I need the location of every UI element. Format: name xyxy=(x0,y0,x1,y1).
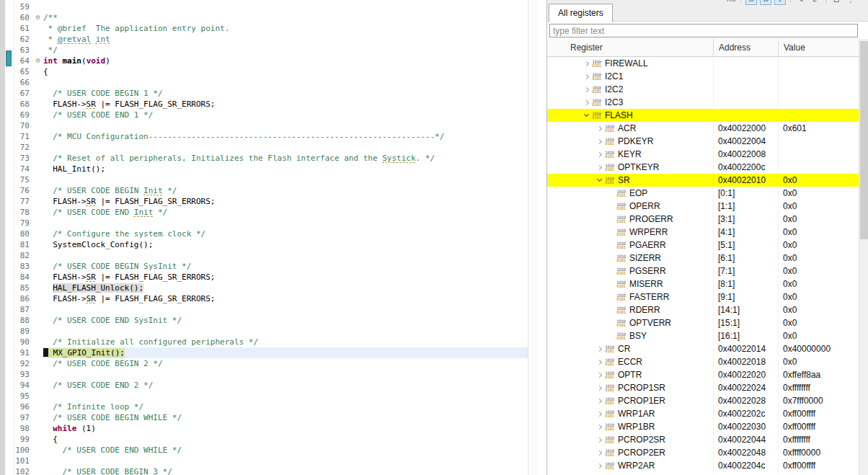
line-number[interactable]: 95 xyxy=(14,391,32,401)
code-line-65[interactable]: 65{ xyxy=(5,66,537,77)
code-line-62[interactable]: 62 * @retval int xyxy=(5,34,537,45)
vertical-scrollbar[interactable] xyxy=(859,39,868,475)
line-number[interactable]: 66 xyxy=(14,77,32,88)
code-text[interactable] xyxy=(43,250,537,261)
line-number[interactable]: 83 xyxy=(14,261,32,272)
code-text[interactable]: /* USER CODE BEGIN 1 */ xyxy=(43,88,537,99)
code-line-63[interactable]: 63 */ xyxy=(5,45,537,56)
register-row-pgaerr[interactable]: 10100101PGAERR[5:1]0x0 xyxy=(547,239,868,252)
code-text[interactable]: FLASH->SR |= FLASH_FLAG_SR_ERRORS; xyxy=(43,272,537,283)
register-row-wrp1ar[interactable]: 10100101WRP1AR0x4002202c0xff00ffff xyxy=(547,407,868,420)
line-number[interactable]: 59 xyxy=(14,1,32,12)
line-number[interactable]: 98 xyxy=(14,423,32,434)
register-row-eop[interactable]: 10100101EOP[0:1]0x0 xyxy=(547,187,868,200)
chevron-collapsed-icon[interactable] xyxy=(595,166,604,169)
code-text[interactable]: /** xyxy=(43,12,537,23)
line-number[interactable]: 67 xyxy=(14,88,32,99)
code-text[interactable]: FLASH->SR |= FLASH_FLAG_SR_ERRORS; xyxy=(43,99,537,110)
chevron-collapsed-icon[interactable] xyxy=(582,88,591,92)
register-row-sizerr[interactable]: 10100101SIZERR[6:1]0x0 xyxy=(547,252,868,265)
code-line-64[interactable]: 64⊖int main(void) xyxy=(5,56,537,66)
line-number[interactable]: 69 xyxy=(14,110,32,120)
tab-all-registers[interactable]: All registers xyxy=(549,4,613,22)
line-number[interactable]: 80 xyxy=(14,228,32,239)
code-text[interactable] xyxy=(43,174,537,185)
code-text[interactable] xyxy=(43,456,537,466)
line-number[interactable]: 94 xyxy=(14,380,32,391)
register-row-pcrop1sr[interactable]: 10100101PCROP1SR0x400220240xffffffff xyxy=(547,381,868,394)
code-line-92[interactable]: 92 /* USER CODE BEGIN 2 */ xyxy=(5,358,537,369)
chevron-collapsed-icon[interactable] xyxy=(582,101,591,105)
line-number[interactable]: 102 xyxy=(14,466,32,475)
chevron-collapsed-icon[interactable] xyxy=(595,386,604,390)
code-text[interactable]: MX_GPIO_Init(); xyxy=(43,347,537,358)
register-row-eccr[interactable]: 10100101ECCR0x400220180x0 xyxy=(547,355,868,368)
collapse-all-icon[interactable]: ⊟ xyxy=(831,0,842,5)
code-text[interactable]: /* USER CODE BEGIN 3 */ xyxy=(43,466,537,475)
line-number[interactable]: 62 xyxy=(14,34,32,45)
code-line-88[interactable]: 88 /* USER CODE END SysInit */ xyxy=(5,315,537,326)
line-number[interactable]: 78 xyxy=(14,207,32,218)
filter-input[interactable] xyxy=(549,24,858,37)
register-row-i2c3[interactable]: 10100101I2C3 xyxy=(547,96,868,109)
code-line-61[interactable]: 61 * @brief The application entry point. xyxy=(5,23,537,34)
column-header-address[interactable]: Address xyxy=(713,39,778,56)
line-number[interactable]: 93 xyxy=(14,369,32,380)
code-text[interactable]: { xyxy=(43,434,537,445)
line-number[interactable]: 81 xyxy=(14,239,32,250)
scrollbar-thumb[interactable] xyxy=(860,41,868,239)
line-number[interactable]: 70 xyxy=(14,120,32,131)
chevron-collapsed-icon[interactable] xyxy=(595,464,604,468)
line-number[interactable]: 64 xyxy=(14,56,32,66)
line-number[interactable]: 60 xyxy=(14,12,32,23)
chevron-collapsed-icon[interactable] xyxy=(595,425,604,429)
chevron-collapsed-icon[interactable] xyxy=(595,438,604,442)
code-line-97[interactable]: 97 /* USER CODE BEGIN WHILE */ xyxy=(5,412,537,423)
register-row-wrp1br[interactable]: 10100101WRP1BR0x400220300xff00ffff xyxy=(547,420,868,433)
code-line-70[interactable]: 70 xyxy=(5,120,537,131)
register-row-i2c1[interactable]: 10100101I2C1 xyxy=(547,70,868,83)
code-text[interactable]: /* USER CODE END WHILE */ xyxy=(43,445,537,456)
code-text[interactable] xyxy=(43,1,537,12)
code-line-102[interactable]: 102 /* USER CODE BEGIN 3 */ xyxy=(5,466,537,475)
code-line-76[interactable]: 76 /* USER CODE BEGIN Init */ xyxy=(5,185,537,196)
code-text[interactable]: { xyxy=(43,66,537,77)
column-header-register[interactable]: Register xyxy=(547,39,713,56)
chevron-collapsed-icon[interactable] xyxy=(595,373,604,377)
chevron-collapsed-icon[interactable] xyxy=(595,347,604,351)
code-line-75[interactable]: 75 xyxy=(5,174,537,185)
chevron-collapsed-icon[interactable] xyxy=(582,75,591,79)
register-row-fasterr[interactable]: 10100101FASTERR[9:1]0x0 xyxy=(547,290,868,303)
column-header-value[interactable]: Value xyxy=(778,39,859,56)
code-text[interactable] xyxy=(43,304,537,315)
register-row-bsy[interactable]: 10100101BSY[16:1]0x0 xyxy=(547,329,868,342)
code-text[interactable] xyxy=(43,218,537,228)
code-text[interactable]: /* USER CODE BEGIN WHILE */ xyxy=(43,412,537,423)
line-number[interactable]: 91 xyxy=(14,347,32,358)
line-number[interactable]: 65 xyxy=(14,66,32,77)
code-text[interactable]: /* MCU Configuration--------------------… xyxy=(43,131,537,142)
code-text[interactable]: FLASH->SR |= FLASH_FLAG_SR_ERRORS; xyxy=(43,293,537,304)
code-line-71[interactable]: 71 /* MCU Configuration-----------------… xyxy=(5,131,537,142)
code-text[interactable]: /* USER CODE END 2 */ xyxy=(43,380,537,391)
code-text[interactable]: /* USER CODE BEGIN 2 */ xyxy=(43,358,537,369)
format-decimal-icon[interactable]: 10 xyxy=(745,0,757,5)
register-row-pcrop1er[interactable]: 10100101PCROP1ER0x400220280x7fff0000 xyxy=(547,394,868,407)
code-line-67[interactable]: 67 /* USER CODE BEGIN 1 */ xyxy=(5,88,537,99)
code-text[interactable] xyxy=(43,391,537,401)
code-line-66[interactable]: 66 xyxy=(5,77,537,88)
code-text[interactable]: * @retval int xyxy=(43,34,537,45)
register-row-acr[interactable]: 10100101ACR0x400220000x601 xyxy=(547,122,868,135)
code-line-89[interactable]: 89 xyxy=(5,326,537,337)
register-row-miserr[interactable]: 10100101MISERR[8:1]0x0 xyxy=(547,278,868,290)
chevron-collapsed-icon[interactable] xyxy=(595,451,604,455)
code-line-96[interactable]: 96 /* Infinite loop */ xyxy=(5,401,537,412)
register-row-sr[interactable]: 10100101SR0x400220100x0 xyxy=(547,174,868,187)
code-line-59[interactable]: 59 xyxy=(5,1,537,12)
code-text[interactable]: /* USER CODE BEGIN SysInit */ xyxy=(43,261,537,272)
register-row-pdkeyr[interactable]: 10100101PDKEYR0x40022004 xyxy=(547,135,868,148)
register-row-pcrop2sr[interactable]: 10100101PCROP2SR0x400220440xffffffff xyxy=(547,433,868,446)
fold-collapse-icon[interactable]: ⊖ xyxy=(32,12,43,23)
code-line-85[interactable]: 85 HAL_FLASH_Unlock(); xyxy=(5,283,537,293)
code-line-72[interactable]: 72 xyxy=(5,142,537,153)
